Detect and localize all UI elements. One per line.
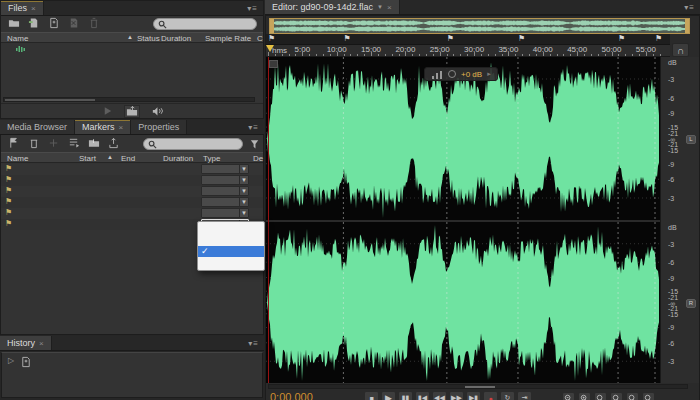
tab-media-browser[interactable]: Media Browser bbox=[0, 120, 75, 134]
history-item[interactable]: ▷ bbox=[2, 356, 262, 367]
marker-type-dropdown[interactable]: ▼ bbox=[201, 175, 249, 185]
markers-search-input[interactable] bbox=[143, 138, 243, 150]
import-file-icon[interactable] bbox=[27, 17, 40, 28]
zoom-out-button[interactable] bbox=[562, 392, 575, 400]
overview-left-handle[interactable] bbox=[270, 19, 274, 33]
marker-type-dropdown[interactable]: ▼ bbox=[201, 208, 249, 218]
marker-type-dropdown[interactable]: ▼ bbox=[201, 197, 249, 207]
play-button[interactable]: ▶ bbox=[381, 391, 396, 400]
loop-button[interactable]: ↻ bbox=[500, 391, 515, 400]
loop-playback-icon[interactable] bbox=[150, 106, 163, 117]
marker-type-dropdown[interactable]: ▼ bbox=[201, 186, 249, 196]
column-header[interactable]: Start bbox=[79, 154, 96, 163]
insert-playlist-icon[interactable] bbox=[67, 137, 80, 148]
transport-time-display[interactable]: 0:00.000 bbox=[270, 391, 313, 400]
record-button[interactable]: ● bbox=[483, 391, 498, 400]
scrollbar-thumb[interactable] bbox=[5, 99, 95, 101]
marker-row[interactable]: ⚑▼ bbox=[1, 197, 263, 208]
timeline-marker-flag[interactable]: ⚑ bbox=[343, 34, 352, 43]
hud-volume-control[interactable]: +0 dB ▸ bbox=[424, 67, 498, 81]
skip-forward-button[interactable]: ▶▮ bbox=[466, 391, 481, 400]
column-header[interactable]: De bbox=[253, 154, 263, 163]
ruler-tick bbox=[337, 52, 338, 56]
zoom-in-right-button[interactable] bbox=[610, 392, 623, 400]
pause-button[interactable]: ▮▮ bbox=[398, 391, 413, 400]
open-folder-icon[interactable] bbox=[7, 17, 20, 28]
rewind-button[interactable]: ◀◀ bbox=[432, 391, 447, 400]
close-icon[interactable]: × bbox=[387, 3, 392, 12]
zoom-in-left-button[interactable] bbox=[594, 392, 607, 400]
skip-end-button[interactable]: ⇥ bbox=[517, 391, 532, 400]
insert-multitrack-icon[interactable] bbox=[87, 137, 100, 148]
menu-item-cart-timer[interactable] bbox=[198, 257, 264, 268]
timeline-marker-flag[interactable]: ⚑ bbox=[618, 34, 627, 43]
forward-button[interactable]: ▶▶ bbox=[449, 391, 464, 400]
panel-menu-icon[interactable]: ▾≡ bbox=[243, 120, 264, 134]
waveform-display[interactable]: +0 dB ▸ bbox=[266, 57, 660, 383]
menu-item-cue[interactable] bbox=[198, 224, 264, 235]
marker-row[interactable]: ⚑▼ bbox=[1, 164, 263, 175]
panel-menu-icon[interactable]: ▾≡ bbox=[679, 0, 700, 14]
delete-marker-icon[interactable] bbox=[27, 137, 40, 148]
export-markers-icon[interactable] bbox=[107, 137, 120, 148]
chevron-down-icon[interactable]: ▼ bbox=[377, 4, 383, 10]
tab-editor[interactable]: Editor: gd90-09-14d2.flac ▼ × bbox=[265, 0, 400, 14]
timeline-marker-flag[interactable]: ⚑ bbox=[268, 34, 277, 43]
skip-back-button[interactable]: ▮◀ bbox=[415, 391, 430, 400]
zoom-full-button[interactable] bbox=[642, 392, 655, 400]
stop-button[interactable]: ■ bbox=[364, 391, 379, 400]
marker-flags-row[interactable]: ⚑⚑⚑⚑⚑⚑ bbox=[266, 34, 670, 45]
tab-files[interactable]: Files × bbox=[1, 1, 44, 15]
marker-type-dropdown[interactable]: ▼ bbox=[201, 164, 249, 174]
marker-row[interactable]: ⚑▼ bbox=[1, 186, 263, 197]
files-search-input[interactable] bbox=[153, 18, 257, 30]
time-ruler[interactable]: hms 5:0010:0015:0020:0025:0030:0035:0040… bbox=[266, 45, 670, 57]
file-row[interactable] bbox=[1, 44, 263, 55]
trash-icon[interactable] bbox=[87, 17, 100, 28]
markers-table-header[interactable]: NameStart▲EndDurationTypeDe bbox=[1, 152, 263, 163]
overview-strip[interactable] bbox=[269, 18, 690, 34]
ruler-tick bbox=[385, 54, 386, 56]
add-marker-icon[interactable] bbox=[7, 137, 20, 148]
play-icon[interactable] bbox=[101, 106, 114, 117]
filter-markers-icon[interactable] bbox=[248, 138, 261, 149]
close-icon[interactable]: × bbox=[31, 4, 36, 13]
new-file-icon[interactable] bbox=[47, 17, 60, 28]
menu-item-subclip[interactable] bbox=[198, 235, 264, 246]
zoom-in-button[interactable] bbox=[578, 392, 591, 400]
files-table-header[interactable]: Name▲StatusDurationSample RateC bbox=[1, 32, 263, 43]
marker-row[interactable]: ⚑▼ bbox=[1, 208, 263, 219]
tab-properties[interactable]: Properties bbox=[131, 120, 187, 134]
timeline-marker-flag[interactable]: ⚑ bbox=[518, 34, 527, 43]
menu-item-cd-track[interactable]: ✓ bbox=[198, 246, 264, 257]
column-header[interactable]: Duration bbox=[161, 34, 191, 43]
column-header[interactable]: Duration bbox=[163, 154, 193, 163]
hud-gain-value[interactable]: +0 dB bbox=[461, 70, 482, 79]
overview-right-handle[interactable] bbox=[685, 19, 689, 33]
knob-icon[interactable] bbox=[448, 70, 456, 78]
open-in-multitrack-icon[interactable] bbox=[124, 105, 140, 118]
timeline-marker-flag[interactable]: ⚑ bbox=[447, 34, 456, 43]
column-header[interactable]: Status bbox=[137, 34, 160, 43]
close-file-icon[interactable] bbox=[67, 17, 80, 28]
tab-markers[interactable]: Markers× bbox=[75, 120, 131, 134]
merge-markers-icon[interactable] bbox=[47, 137, 60, 148]
zoom-selection-button[interactable] bbox=[626, 392, 639, 400]
files-hscrollbar[interactable] bbox=[3, 97, 255, 102]
column-header[interactable]: Name bbox=[7, 34, 28, 43]
column-header[interactable]: C bbox=[257, 34, 263, 43]
close-icon[interactable]: × bbox=[39, 339, 44, 348]
close-icon[interactable]: × bbox=[119, 123, 124, 132]
column-header[interactable]: Type bbox=[203, 154, 220, 163]
channel-options-icon[interactable] bbox=[269, 60, 278, 68]
column-header[interactable]: Sample Rate bbox=[205, 34, 251, 43]
snap-magnet-icon[interactable]: ∩ bbox=[672, 43, 689, 57]
timeline-marker-flag[interactable]: ⚑ bbox=[655, 34, 662, 43]
scrollbar-thumb[interactable] bbox=[465, 386, 495, 388]
tab-history[interactable]: History × bbox=[0, 336, 52, 350]
marker-row[interactable]: ⚑▼ bbox=[1, 175, 263, 186]
panel-menu-icon[interactable]: ▾≡ bbox=[243, 336, 264, 350]
column-header[interactable]: End bbox=[121, 154, 135, 163]
column-header[interactable]: Name bbox=[7, 154, 28, 163]
panel-menu-icon[interactable]: ▾≡ bbox=[242, 1, 263, 15]
